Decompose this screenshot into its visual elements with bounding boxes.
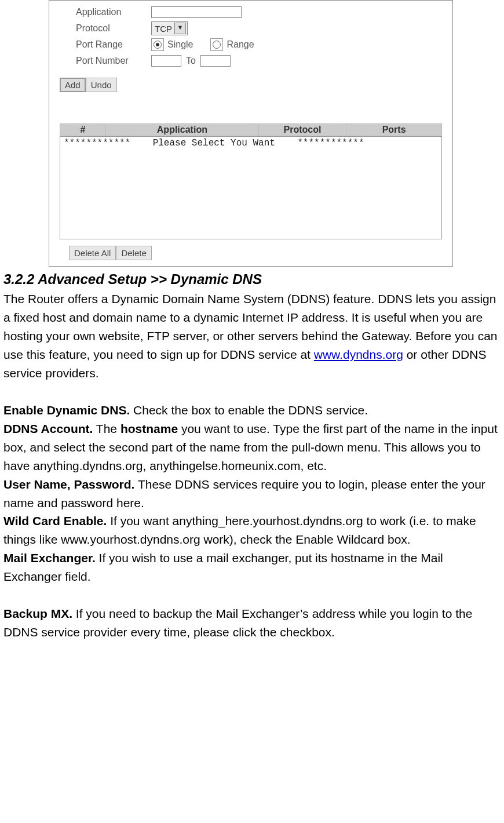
intro-paragraph: The Router offers a Dynamic Domain Name …: [3, 290, 501, 383]
wildcard-label: Wild Card Enable.: [3, 514, 107, 527]
input-port-from[interactable]: [151, 55, 181, 67]
input-port-to[interactable]: [200, 55, 231, 67]
row-application: Application: [76, 4, 452, 20]
dyndns-link[interactable]: www.dyndns.org: [314, 348, 403, 361]
ddns-account-label: DDNS Account.: [3, 422, 93, 435]
table-wrap: # Application Protocol Ports ***********…: [60, 123, 442, 239]
delete-button[interactable]: Delete: [116, 246, 151, 260]
radio-range-label: Range: [227, 39, 254, 50]
user-pass-label: User Name, Password.: [3, 478, 134, 491]
config-panel: Application Protocol TCP ▼ Port Range Si…: [49, 0, 453, 267]
button-row-bottom: Delete AllDelete: [49, 239, 452, 260]
chevron-down-icon: ▼: [174, 23, 186, 34]
button-row-top: AddUndo: [49, 69, 452, 92]
hostname-bold: hostname: [120, 422, 178, 435]
user-pass-paragraph: User Name, Password. These DDNS services…: [3, 475, 501, 512]
radio-single-label: Single: [167, 39, 193, 50]
select-protocol-value: TCP: [155, 24, 172, 34]
col-proto: Protocol: [258, 124, 346, 136]
col-num: #: [60, 124, 106, 136]
mailx-label: Mail Exchanger.: [3, 551, 96, 565]
radio-icon: [154, 41, 162, 49]
label-port-number: Port Number: [76, 56, 151, 66]
radio-range[interactable]: [210, 38, 223, 51]
listbox-placeholder: ************ Please Select You Want ****…: [64, 138, 364, 148]
form-area: Application Protocol TCP ▼ Port Range Si…: [49, 1, 452, 69]
enable-text: Check the box to enable the DDNS service…: [130, 403, 368, 417]
select-protocol[interactable]: TCP ▼: [151, 21, 188, 35]
spacer: [3, 383, 501, 401]
section-title: 3.2.2 Advanced Setup >> Dynamic DNS: [3, 269, 501, 290]
col-app: Application: [106, 124, 259, 136]
label-port-range: Port Range: [76, 39, 151, 50]
backup-paragraph: Backup MX. If you need to backup the Mai…: [3, 604, 501, 642]
backup-text: If you need to backup the Mail Exchanger…: [3, 607, 472, 639]
undo-button[interactable]: Undo: [86, 78, 117, 92]
row-port-number: Port Number To: [76, 53, 452, 69]
label-application: Application: [76, 7, 151, 17]
enable-paragraph: Enable Dynamic DNS. Check the box to ena…: [3, 401, 501, 420]
row-port-range: Port Range Single Range: [76, 37, 452, 53]
wildcard-paragraph: Wild Card Enable. If you want anything_h…: [3, 512, 501, 549]
add-button[interactable]: Add: [60, 78, 86, 92]
rules-table-header: # Application Protocol Ports: [60, 123, 442, 136]
label-protocol: Protocol: [76, 23, 151, 34]
radio-single[interactable]: [151, 38, 164, 51]
mailx-paragraph: Mail Exchanger. If you wish to use a mai…: [3, 549, 501, 586]
delete-all-button[interactable]: Delete All: [69, 246, 116, 260]
document-body: 3.2.2 Advanced Setup >> Dynamic DNS The …: [0, 269, 504, 642]
rules-listbox[interactable]: ************ Please Select You Want ****…: [60, 136, 442, 239]
row-protocol: Protocol TCP ▼: [76, 20, 452, 37]
backup-label: Backup MX.: [3, 607, 72, 620]
col-ports: Ports: [346, 124, 442, 136]
ddns-account-paragraph: DDNS Account. The hostname you want to u…: [3, 420, 501, 475]
input-application[interactable]: [151, 6, 242, 18]
ddns-account-text-a: The: [93, 422, 120, 435]
radio-icon: [213, 41, 221, 49]
spacer: [3, 586, 501, 604]
enable-label: Enable Dynamic DNS.: [3, 403, 130, 417]
label-to: To: [186, 56, 196, 66]
